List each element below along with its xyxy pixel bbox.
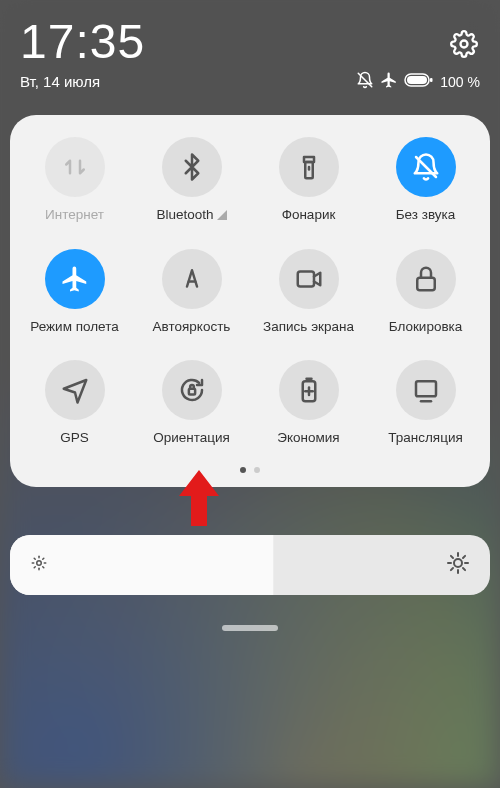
annotation-arrow: [179, 470, 219, 530]
brightness-fill: [10, 535, 274, 595]
tile-label: Режим полета: [30, 319, 118, 334]
tile-label: Без звука: [396, 207, 456, 222]
brightness-slider[interactable]: [10, 535, 490, 595]
status-bar: 17:35 Вт, 14 июля: [0, 0, 500, 92]
svg-point-0: [461, 41, 468, 48]
date: Вт, 14 июля: [20, 73, 100, 90]
screen-record-icon: [279, 249, 339, 309]
battery-status-icon: [404, 72, 434, 91]
tile-battery-saver[interactable]: Экономия: [250, 360, 367, 445]
tile-label: Фонарик: [282, 207, 336, 222]
signal-triangle-icon: [217, 208, 227, 223]
tile-orientation[interactable]: Ориентация: [133, 360, 250, 445]
tile-label: Bluetooth: [156, 207, 226, 223]
svg-line-33: [463, 568, 465, 570]
tile-label: Ориентация: [153, 430, 230, 445]
page-indicator: [10, 467, 490, 473]
svg-rect-10: [417, 278, 435, 291]
orientation-lock-icon: [162, 360, 222, 420]
lock-icon: [396, 249, 456, 309]
tile-bluetooth[interactable]: Bluetooth: [133, 137, 250, 223]
tile-airplane[interactable]: Режим полета: [16, 249, 133, 334]
cast-icon: [396, 360, 456, 420]
tile-label: Экономия: [277, 430, 339, 445]
tile-gps[interactable]: GPS: [16, 360, 133, 445]
tile-label: Запись экрана: [263, 319, 354, 334]
brightness-high-icon: [446, 551, 470, 579]
svg-line-35: [463, 556, 465, 558]
tiles-grid: Интернет Bluetooth Фонарик Без звука: [16, 137, 484, 445]
svg-line-23: [34, 558, 35, 559]
svg-line-34: [451, 568, 453, 570]
airplane-icon: [45, 249, 105, 309]
tile-cast[interactable]: Трансляция: [367, 360, 484, 445]
clock: 17:35: [20, 14, 480, 69]
brightness-low-icon: [30, 554, 48, 576]
page-dot-active: [240, 467, 246, 473]
svg-rect-3: [407, 76, 427, 84]
svg-line-26: [43, 558, 44, 559]
status-right-cluster: 100 %: [356, 71, 480, 92]
tile-screenrecord[interactable]: Запись экрана: [250, 249, 367, 334]
airplane-status-icon: [380, 71, 398, 92]
svg-point-18: [37, 561, 42, 566]
tile-mute[interactable]: Без звука: [367, 137, 484, 223]
svg-line-32: [451, 556, 453, 558]
tile-label: Автояркость: [153, 319, 231, 334]
tile-label: GPS: [60, 430, 89, 445]
tile-label: Интернет: [45, 207, 104, 222]
mute-status-icon: [356, 71, 374, 92]
tile-internet[interactable]: Интернет: [16, 137, 133, 223]
battery-saver-icon: [279, 360, 339, 420]
mute-icon: [396, 137, 456, 197]
tile-label: Трансляция: [388, 430, 462, 445]
bluetooth-icon: [162, 137, 222, 197]
tile-autobrightness[interactable]: Автояркость: [133, 249, 250, 334]
drag-handle[interactable]: [222, 625, 278, 631]
auto-brightness-icon: [162, 249, 222, 309]
svg-line-24: [43, 567, 44, 568]
svg-point-27: [454, 559, 462, 567]
flashlight-icon: [279, 137, 339, 197]
svg-line-25: [34, 567, 35, 568]
svg-rect-9: [297, 272, 313, 287]
battery-percent: 100 %: [440, 74, 480, 90]
tile-label: Блокировка: [389, 319, 463, 334]
page-dot: [254, 467, 260, 473]
tile-lock[interactable]: Блокировка: [367, 249, 484, 334]
mobile-data-icon: [45, 137, 105, 197]
gps-icon: [45, 360, 105, 420]
tile-flashlight[interactable]: Фонарик: [250, 137, 367, 223]
quick-settings-panel: Интернет Bluetooth Фонарик Без звука: [10, 115, 490, 487]
settings-gear-icon[interactable]: [450, 30, 478, 62]
svg-rect-4: [430, 78, 433, 82]
svg-rect-16: [416, 381, 436, 396]
